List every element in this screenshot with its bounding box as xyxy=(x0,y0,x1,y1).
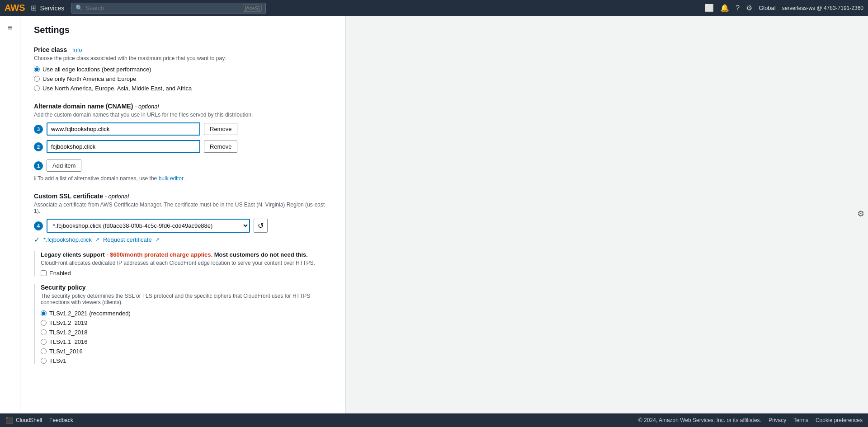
security-policy-radio-5[interactable] xyxy=(41,358,47,364)
security-policy-option-label-1: TLSv1.2_2019 xyxy=(49,319,88,326)
cname-row-1: 2 Remove xyxy=(34,140,332,153)
cname-remove-button-0[interactable]: Remove xyxy=(204,123,237,135)
cname-step-badge-1: 2 xyxy=(34,142,43,151)
custom-ssl-description: Associate a certificate from AWS Certifi… xyxy=(34,202,332,214)
price-class-option-label-0: Use all edge locations (best performance… xyxy=(42,66,151,73)
right-panel xyxy=(346,16,868,413)
legacy-clients-checkbox[interactable] xyxy=(41,270,47,276)
security-policy-option-2[interactable]: TLSv1.2_2018 xyxy=(41,329,332,336)
price-class-option-2[interactable]: Use North America, Europe, Asia, Middle … xyxy=(34,85,332,92)
cname-remove-button-1[interactable]: Remove xyxy=(204,141,237,153)
info-icon-small: ℹ xyxy=(34,175,36,182)
custom-ssl-optional: - optional xyxy=(105,193,129,200)
ssl-refresh-button[interactable]: ↺ xyxy=(254,219,268,233)
security-policy-option-label-3: TLSv1.1_2016 xyxy=(49,338,88,345)
legacy-clients-title: Legacy clients support - $600/month pror… xyxy=(41,251,332,258)
ssl-status-link-icon: ↗ xyxy=(95,237,99,243)
alternate-domain-optional: - optional xyxy=(135,103,159,110)
security-policy-radio-0[interactable] xyxy=(41,310,47,316)
top-navigation: AWS ⊞ Services 🔍 [Alt+S] ⬜ 🔔 ? ⚙ Global … xyxy=(0,0,868,16)
ssl-row: 4 *.fcjbookshop.click (fd0ace38-0f0b-4c5… xyxy=(34,219,332,233)
security-policy-title: Security policy xyxy=(41,284,332,291)
settings-icon[interactable]: ⚙ xyxy=(746,4,752,12)
security-policy-radio-2[interactable] xyxy=(41,329,47,335)
price-class-option-0[interactable]: Use all edge locations (best performance… xyxy=(34,66,332,73)
security-policy-option-label-4: TLSv1_2016 xyxy=(49,348,83,355)
add-item-row: 1 Add item xyxy=(34,160,332,172)
price-class-radio-0[interactable] xyxy=(34,66,40,72)
cname-items: 3 Remove 2 Remove 1 Add item xyxy=(34,122,332,172)
main-content: Settings Price class Info Choose the pri… xyxy=(20,16,346,413)
legacy-clients-description: CloudFront allocates dedicated IP addres… xyxy=(41,260,332,266)
sidebar: ≡ xyxy=(0,16,20,413)
search-icon: 🔍 xyxy=(75,5,83,11)
bulk-editor-note: ℹ To add a list of alternative domain na… xyxy=(34,175,332,182)
search-shortcut: [Alt+S] xyxy=(243,5,262,12)
cname-row-0: 3 Remove xyxy=(34,122,332,136)
cname-step-badge-0: 3 xyxy=(34,125,43,134)
aws-logo: AWS xyxy=(5,3,25,13)
ssl-status-link[interactable]: *.fcjbookshop.click xyxy=(43,236,92,243)
alternate-domain-description: Add the custom domain names that you use… xyxy=(34,112,332,118)
security-policy-option-label-0: TLSv1.2_2021 (recommended) xyxy=(49,310,131,317)
security-policy-radio-4[interactable] xyxy=(41,348,47,354)
nav-right: ⬜ 🔔 ? ⚙ Global serverless-ws @ 4783-7191… xyxy=(705,4,863,12)
bulk-editor-link[interactable]: bulk editor xyxy=(159,175,184,182)
alternate-domain-section: Alternate domain name (CNAME) - optional… xyxy=(34,103,332,182)
grid-icon[interactable]: ⊞ xyxy=(31,4,37,12)
account-selector[interactable]: serverless-ws @ 4783-7191-2360 xyxy=(782,5,863,11)
security-policy-description: The security policy determines the SSL o… xyxy=(41,293,332,305)
security-policy-option-3[interactable]: TLSv1.1_2016 xyxy=(41,338,332,345)
right-edge-gear-icon[interactable]: ⚙ xyxy=(857,209,864,219)
bell-icon[interactable]: 🔔 xyxy=(720,4,729,12)
price-class-description: Choose the price class associated with t… xyxy=(34,55,332,61)
request-certificate-link[interactable]: Request certificate xyxy=(103,236,152,243)
services-link[interactable]: Services xyxy=(40,5,65,12)
legacy-clients-suffix: Most customers do not need this. xyxy=(214,251,308,258)
cname-input-0[interactable] xyxy=(47,122,200,136)
price-class-option-1[interactable]: Use only North America and Europe xyxy=(34,75,332,82)
security-policy-option-0[interactable]: TLSv1.2_2021 (recommended) xyxy=(41,310,332,317)
bulk-editor-text: To add a list of alternative domain name… xyxy=(38,175,157,182)
legacy-clients-enabled-row[interactable]: Enabled xyxy=(41,270,332,277)
sidebar-toggle[interactable]: ≡ xyxy=(4,19,16,36)
search-bar: 🔍 [Alt+S] xyxy=(71,3,266,14)
security-policy-option-label-5: TLSv1 xyxy=(49,357,66,364)
ssl-certificate-select[interactable]: *.fcjbookshop.click (fd0ace38-0f0b-4c5c-… xyxy=(47,219,250,233)
security-policy-radio-3[interactable] xyxy=(41,339,47,345)
legacy-clients-charge: - $600/month prorated charge applies. xyxy=(106,251,212,258)
price-class-option-label-2: Use North America, Europe, Asia, Middle … xyxy=(42,85,192,92)
price-class-label: Price class xyxy=(34,46,67,53)
price-class-info-link[interactable]: Info xyxy=(72,47,82,53)
custom-ssl-section: Custom SSL certificate - optional Associ… xyxy=(34,192,332,364)
security-policy-option-1[interactable]: TLSv1.2_2019 xyxy=(41,319,332,326)
ssl-step-badge: 4 xyxy=(34,221,43,230)
alternate-domain-label: Alternate domain name (CNAME) xyxy=(34,103,133,110)
security-policy-option-4[interactable]: TLSv1_2016 xyxy=(41,348,332,355)
price-class-option-label-1: Use only North America and Europe xyxy=(42,75,136,82)
region-selector[interactable]: Global xyxy=(759,5,776,11)
ssl-check-icon: ✓ xyxy=(34,235,40,244)
security-policy-radio-1[interactable] xyxy=(41,320,47,326)
terminal-icon[interactable]: ⬜ xyxy=(705,4,714,12)
price-class-section: Price class Info Choose the price class … xyxy=(34,46,332,92)
search-input[interactable] xyxy=(85,5,242,11)
security-policy-options: TLSv1.2_2021 (recommended) TLSv1.2_2019 … xyxy=(41,310,332,364)
price-class-options: Use all edge locations (best performance… xyxy=(34,66,332,92)
add-item-step-badge: 1 xyxy=(34,161,43,170)
legacy-clients-enabled-label: Enabled xyxy=(49,270,71,277)
security-policy-option-label-2: TLSv1.2_2018 xyxy=(49,329,88,336)
price-class-radio-1[interactable] xyxy=(34,76,40,82)
security-policy-option-5[interactable]: TLSv1 xyxy=(41,357,332,364)
price-class-radio-2[interactable] xyxy=(34,85,40,91)
security-policy-section: Security policy The security policy dete… xyxy=(34,284,332,364)
help-icon[interactable]: ? xyxy=(736,4,740,12)
bulk-editor-suffix: . xyxy=(185,175,186,182)
add-item-button[interactable]: Add item xyxy=(47,160,81,172)
request-cert-link-icon: ↗ xyxy=(156,237,160,243)
cname-input-1[interactable] xyxy=(47,140,200,153)
legacy-clients-section: Legacy clients support - $600/month pror… xyxy=(34,251,332,277)
custom-ssl-label: Custom SSL certificate xyxy=(34,192,103,200)
page-title: Settings xyxy=(34,25,332,35)
app-layout: ≡ Settings Price class Info Choose the p… xyxy=(0,16,868,413)
